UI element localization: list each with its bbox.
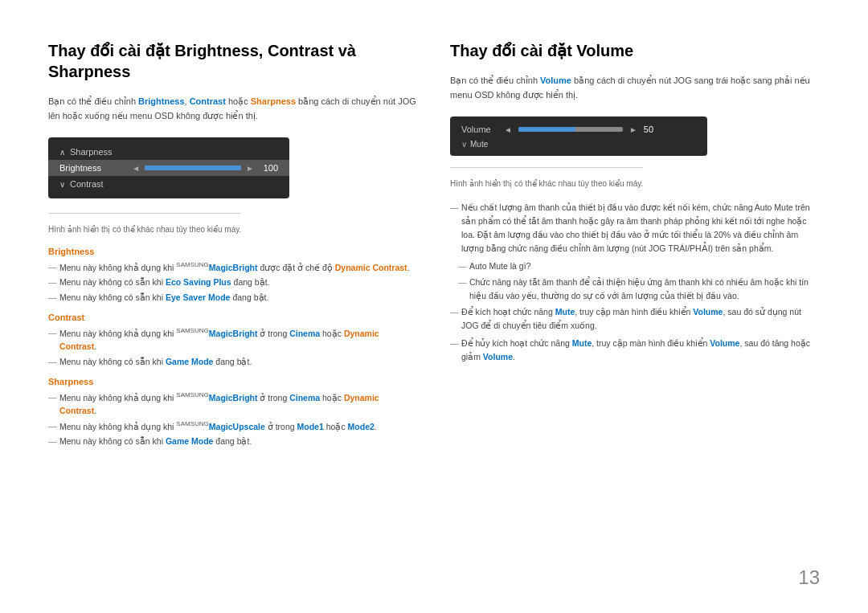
brightness-slider — [145, 166, 241, 170]
brightness-slider-fill — [145, 166, 241, 170]
page-number: 13 — [798, 566, 820, 589]
slider-right-arrow: ► — [246, 164, 254, 173]
sharpness-section-title: Sharpness — [48, 377, 418, 386]
brightness-section: Brightness Menu này không khả dụng khi S… — [48, 247, 418, 304]
slider-left-arrow: ◄ — [132, 164, 140, 173]
osd-slider-area: ◄ ► 100 — [132, 163, 278, 173]
right-section: Thay đổi cài đặt Volume Bạn có thể điều … — [450, 40, 820, 581]
osd-sharpness-label: Sharpness — [70, 147, 278, 157]
osd-note: Hình ảnh hiển thị có thể khác nhau tùy t… — [48, 223, 418, 235]
left-title: Thay đổi cài đặt Brightness, Contrast và… — [48, 40, 418, 82]
osd-contrast-row: ∨ Contrast — [48, 176, 289, 192]
brightness-osd: ∧ Sharpness Brightness ◄ ► 100 ∨ Cont — [48, 137, 289, 198]
mute-label: Mute — [470, 140, 488, 149]
volume-value: 50 — [644, 125, 660, 134]
right-bullet-1: Nếu chất lượng âm thanh của thiết bị đầu… — [450, 201, 820, 255]
right-bullet-2: Để kích hoạt chức năng Mute, truy cập mà… — [450, 305, 820, 333]
brightness-item-2: Menu này không có sẵn khi Eco Saving Plu… — [48, 276, 418, 289]
auto-mute-sub1: Auto Mute là gì? — [450, 260, 820, 273]
osd-brightness-row: Brightness ◄ ► 100 — [48, 160, 289, 176]
contrast-highlight: Contrast — [190, 96, 226, 106]
volume-osd: Volume ◄ ► 50 ∨ Mute — [450, 116, 707, 156]
osd-contrast-label: Contrast — [70, 179, 278, 189]
volume-slider — [518, 127, 623, 132]
mute-row: ∨ Mute — [450, 137, 707, 151]
sharpness-item-1: Menu này không khả dụng khi SAMSUNGMagic… — [48, 390, 418, 418]
volume-slider-fill — [518, 127, 576, 132]
right-bullet-3: Để hủy kích hoạt chức năng Mute, truy cậ… — [450, 337, 820, 364]
right-divider — [450, 167, 643, 168]
brightness-item-1: Menu này không khả dụng khi SAMSUNGMagic… — [48, 260, 418, 274]
osd-sharpness-row: ∧ Sharpness — [48, 144, 289, 160]
sharpness-highlight: Sharpness — [251, 96, 296, 106]
volume-row: Volume ◄ ► 50 — [450, 121, 707, 137]
mute-arrow: ∨ — [461, 140, 467, 149]
sharpness-arrow-up: ∧ — [59, 148, 65, 157]
contrast-section: Contrast Menu này không khả dụng khi SAM… — [48, 313, 418, 369]
sharpness-item-3: Menu này không có sẵn khi Game Mode đang… — [48, 435, 418, 448]
left-section: Thay đổi cài đặt Brightness, Contrast và… — [48, 40, 418, 581]
osd-brightness-label: Brightness — [59, 163, 132, 173]
divider-1 — [48, 213, 241, 214]
vol-left-arrow: ◄ — [504, 125, 512, 134]
right-intro: Bạn có thể điều chỉnh Volume bằng cách d… — [450, 74, 820, 102]
contrast-arrow-down: ∨ — [59, 180, 65, 189]
brightness-value: 100 — [259, 163, 278, 173]
left-intro: Bạn có thể điều chỉnh Brightness, Contra… — [48, 95, 418, 123]
contrast-section-title: Contrast — [48, 313, 418, 322]
contrast-item-1: Menu này không khả dụng khi SAMSUNGMagic… — [48, 326, 418, 353]
volume-label: Volume — [461, 125, 497, 134]
brightness-highlight: Brightness — [138, 96, 184, 106]
right-note: Hình ảnh hiển thị có thể khác nhau tùy t… — [450, 178, 820, 190]
sharpness-item-2: Menu này không khả dụng khi SAMSUNGMagic… — [48, 419, 418, 433]
contrast-item-2: Menu này không có sẵn khi Game Mode đang… — [48, 355, 418, 369]
brightness-item-3: Menu này không có sẵn khi Eye Saver Mode… — [48, 291, 418, 304]
auto-mute-sub2: Chức năng này tắt âm thanh để cải thiện … — [450, 276, 820, 303]
brightness-section-title: Brightness — [48, 247, 418, 256]
vol-right-arrow: ► — [629, 125, 637, 134]
volume-highlight: Volume — [540, 76, 571, 85]
sharpness-section: Sharpness Menu này không khả dụng khi SA… — [48, 377, 418, 448]
right-title: Thay đổi cài đặt Volume — [450, 40, 820, 61]
